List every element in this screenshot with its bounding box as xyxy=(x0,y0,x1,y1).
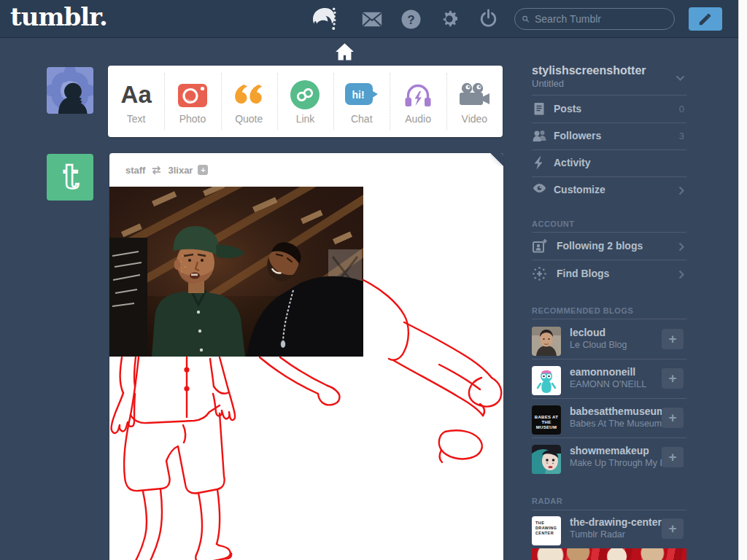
sidebar-item-label: Following 2 blogs xyxy=(557,240,643,252)
post-image[interactable] xyxy=(109,187,503,560)
sidebar-item-label: Posts xyxy=(554,103,581,114)
staff-avatar[interactable]: t xyxy=(47,154,93,201)
section-header-recommended: RECOMMENDED BLOGS xyxy=(532,306,633,315)
right-sidebar: stylishscreenshotter Untitled Posts 0 xyxy=(532,0,686,560)
sidebar-item-find-blogs[interactable]: Find Blogs xyxy=(532,260,686,287)
help-icon[interactable]: ? xyxy=(400,0,422,38)
search-input[interactable] xyxy=(535,13,667,25)
account-avatar-icon[interactable] xyxy=(309,0,338,38)
follow-blog-button[interactable]: + xyxy=(662,368,684,389)
sidebar-item-label: Followers xyxy=(554,130,601,141)
dogear-fold xyxy=(490,153,503,166)
radar-blog-row: THE DRAWING CENTER the-drawing-center Tu… xyxy=(532,509,686,548)
sidebar-item-activity[interactable]: Activity xyxy=(532,149,686,176)
sidebar-item-count: 0 xyxy=(679,104,684,114)
pencil-icon xyxy=(697,11,713,27)
tumblr-dashboard: tumblr. ? xyxy=(0,0,747,560)
search-icon xyxy=(522,13,529,25)
follow-blog-button[interactable]: + xyxy=(662,447,684,467)
video-camera-icon xyxy=(458,82,490,107)
reblog-icon xyxy=(150,166,163,175)
section-header-account: ACCOUNT xyxy=(532,219,575,228)
create-item-label: Chat xyxy=(351,113,373,125)
followers-icon xyxy=(533,129,547,145)
sidebar-item-followers[interactable]: Followers 3 xyxy=(532,122,686,149)
create-item-label: Audio xyxy=(405,113,431,125)
follow-blog-button[interactable]: + xyxy=(662,518,684,539)
quote-icon xyxy=(233,83,264,106)
create-post-bar: Aa Text Photo xyxy=(108,66,503,137)
search-bar[interactable] xyxy=(514,8,675,30)
following-contact-icon xyxy=(533,239,547,257)
blog-avatar-the-drawing-center[interactable]: THE DRAWING CENTER xyxy=(532,516,561,545)
create-item-label: Link xyxy=(296,113,315,125)
blog-name[interactable]: eamonnoneill xyxy=(570,366,662,378)
blog-name[interactable]: lecloud xyxy=(570,327,662,338)
power-icon[interactable] xyxy=(477,0,499,38)
link-icon xyxy=(290,80,320,109)
hi-glyph: hi! xyxy=(352,89,365,101)
chevron-down-icon[interactable] xyxy=(676,71,685,85)
tumblr-t-glyph: t xyxy=(63,157,79,196)
text-aa-icon: Aa xyxy=(121,80,152,109)
chat-bubble-icon: hi! xyxy=(345,83,378,106)
user-avatar[interactable] xyxy=(47,67,93,114)
create-link-button[interactable]: Link xyxy=(277,66,333,137)
section-header-radar: RADAR xyxy=(532,497,562,505)
post-author[interactable]: staff xyxy=(125,165,145,176)
create-audio-button[interactable]: Audio xyxy=(390,66,446,137)
create-quote-button[interactable]: Quote xyxy=(221,66,277,137)
scrollbar[interactable] xyxy=(738,0,747,560)
posts-icon xyxy=(533,102,546,119)
follow-source-button[interactable]: + xyxy=(198,165,208,175)
blog-description: Make Up Through My E xyxy=(570,458,662,468)
create-text-button[interactable]: Aa Text xyxy=(108,66,164,137)
compose-button[interactable] xyxy=(689,7,722,31)
sidebar-item-customize[interactable]: Customize xyxy=(532,176,686,203)
follow-blog-button[interactable]: + xyxy=(662,329,684,349)
sidebar-item-label: Activity xyxy=(554,157,591,168)
radar-post-image[interactable] xyxy=(532,548,686,560)
sidebar-item-following[interactable]: Following 2 blogs xyxy=(532,233,686,260)
eye-icon xyxy=(533,183,546,196)
blog-avatar-eamonnoneill[interactable] xyxy=(532,366,561,395)
explore-starburst-icon xyxy=(533,267,546,284)
create-video-button[interactable]: Video xyxy=(446,66,503,137)
blog-avatar-showmemakeup[interactable] xyxy=(532,445,561,474)
recommended-blog-row: BABES AT THE MUSEUM babesatthemuseum Bab… xyxy=(532,398,686,438)
tumblr-logo[interactable]: tumblr. xyxy=(10,2,107,31)
post-header: staff 3lixar + xyxy=(109,153,503,187)
sidebar-item-label: Find Blogs xyxy=(557,268,609,279)
recommended-blog-row: eamonnoneill EAMONN O'NEILL + xyxy=(532,359,686,398)
blog-name[interactable]: the-drawing-center xyxy=(570,516,662,528)
chevron-right-icon xyxy=(678,241,684,254)
blog-avatar-babesatthemuseum[interactable]: BABES AT THE MUSEUM xyxy=(532,405,561,435)
sidebar-blog-title: Untitled xyxy=(532,78,564,89)
question-glyph: ? xyxy=(407,12,414,26)
sidebar-username[interactable]: stylishscreenshotter xyxy=(532,64,646,77)
chevron-right-icon xyxy=(678,185,684,198)
home-icon[interactable] xyxy=(335,42,355,65)
sidebar-item-posts[interactable]: Posts 0 xyxy=(532,96,686,122)
headphones-icon xyxy=(403,82,433,108)
sidebar-item-count: 3 xyxy=(679,131,684,141)
create-item-label: Text xyxy=(127,113,146,125)
blog-avatar-lecloud[interactable] xyxy=(532,327,561,356)
lightning-icon xyxy=(533,156,544,173)
create-item-label: Quote xyxy=(235,113,263,125)
blog-description: EAMONN O'NEILL xyxy=(570,379,662,389)
blog-description: Babes At The Museum xyxy=(570,419,662,429)
blog-name[interactable]: showmemakeup xyxy=(570,445,662,456)
follow-blog-button[interactable]: + xyxy=(662,408,684,428)
create-photo-button[interactable]: Photo xyxy=(164,66,220,137)
gear-icon[interactable] xyxy=(438,0,460,38)
create-item-label: Photo xyxy=(179,113,206,125)
sidebar-item-label: Customize xyxy=(554,184,605,195)
recommended-blog-row: showmemakeup Make Up Through My E + xyxy=(532,438,686,477)
post-source-blog[interactable]: 3lixar xyxy=(168,165,193,176)
create-chat-button[interactable]: hi! Chat xyxy=(333,66,390,137)
recommended-blog-row: lecloud Le Cloud Blog + xyxy=(532,319,686,359)
blog-name[interactable]: babesatthemuseum xyxy=(570,405,662,417)
mail-icon[interactable] xyxy=(360,0,384,38)
blog-description: Tumblr Radar xyxy=(570,529,662,540)
